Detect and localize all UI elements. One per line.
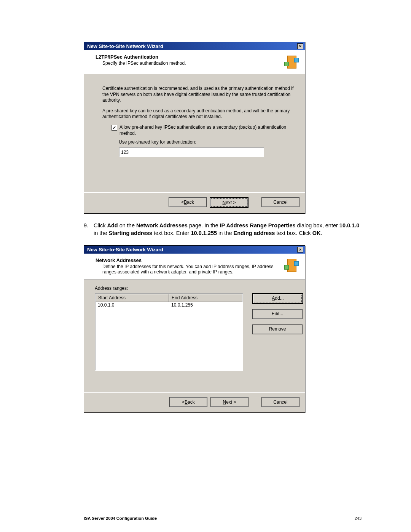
table-row[interactable]: 10.0.1.0 10.0.1.255: [96, 302, 242, 309]
add-button[interactable]: Add...: [252, 293, 303, 304]
cancel-button[interactable]: Cancel: [261, 197, 299, 207]
wizard-header: Network Addresses Define the IP addresse…: [84, 254, 305, 280]
next-button[interactable]: Next >: [210, 397, 249, 407]
step-number: 9.: [84, 222, 94, 237]
address-ranges-table[interactable]: Start Address End Address 10.0.1.0 10.0.…: [95, 293, 243, 371]
footer-title: ISA Server 2004 Configuration Guide: [84, 516, 157, 521]
network-server-icon: [284, 257, 299, 273]
allow-psk-label: Allow pre-shared key IPSec authenticatio…: [119, 125, 294, 136]
page-number: 243: [355, 516, 362, 521]
info-para-1: Certificate authentication is recommende…: [102, 86, 294, 104]
table-header: Start Address End Address: [96, 294, 242, 302]
titlebar: New Site-to-Site Network Wizard ×: [84, 246, 305, 254]
psk-field-label: Use pre-shared key for authentication:: [119, 139, 294, 145]
wizard-dialog-l2tp: New Site-to-Site Network Wizard × L2TP/I…: [84, 42, 305, 214]
wizard-header: L2TP/IPSec Authentication Specify the IP…: [84, 50, 305, 74]
network-server-icon: [284, 54, 299, 69]
wizard-heading: Network Addresses: [96, 257, 277, 263]
back-button[interactable]: < Back: [169, 197, 207, 207]
close-icon[interactable]: ×: [297, 247, 303, 252]
cancel-button[interactable]: Cancel: [261, 397, 299, 407]
wizard-subheading: Specify the IPSec authentication method.: [102, 61, 186, 66]
edit-button[interactable]: Edit...: [252, 309, 303, 319]
wizard-body: Address ranges: Start Address End Addres…: [84, 280, 305, 392]
info-para-2: A pre-shared key can be used as a second…: [102, 108, 294, 120]
table-side-buttons: Add... Edit... Remove: [252, 293, 294, 334]
wizard-subheading: Define the IP addresses for this network…: [102, 264, 277, 275]
back-button[interactable]: < Back: [169, 397, 207, 407]
next-button[interactable]: Next >: [210, 197, 249, 208]
allow-psk-checkbox[interactable]: ✓: [112, 125, 117, 131]
remove-button[interactable]: Remove: [252, 324, 303, 334]
instruction-step-9: 9. Click Add on the Network Addresses pa…: [84, 222, 362, 237]
allow-psk-checkbox-row: ✓ Allow pre-shared key IPSec authenticat…: [112, 125, 294, 136]
page-footer: ISA Server 2004 Configuration Guide 243: [84, 516, 362, 521]
wizard-footer: < Back Next > Cancel: [84, 392, 305, 412]
wizard-heading: L2TP/IPSec Authentication: [96, 54, 186, 60]
psk-input[interactable]: 123: [119, 147, 264, 157]
cell-end: 10.0.1.255: [169, 302, 242, 309]
close-icon[interactable]: ×: [297, 43, 303, 49]
step-body: Click Add on the Network Addresses page.…: [94, 222, 362, 237]
footer-rule: [84, 512, 362, 512]
dialog-title: New Site-to-Site Network Wizard: [87, 247, 163, 252]
wizard-dialog-network-addresses: New Site-to-Site Network Wizard × Networ…: [84, 245, 305, 413]
col-start-address[interactable]: Start Address: [96, 294, 169, 302]
wizard-footer: < Back Next > Cancel: [84, 192, 305, 213]
dialog-title: New Site-to-Site Network Wizard: [87, 43, 163, 49]
cell-start: 10.0.1.0: [96, 302, 169, 309]
address-ranges-label: Address ranges:: [95, 286, 294, 292]
col-end-address[interactable]: End Address: [169, 294, 242, 302]
titlebar: New Site-to-Site Network Wizard ×: [84, 42, 305, 50]
wizard-body: Certificate authentication is recommende…: [84, 74, 305, 192]
